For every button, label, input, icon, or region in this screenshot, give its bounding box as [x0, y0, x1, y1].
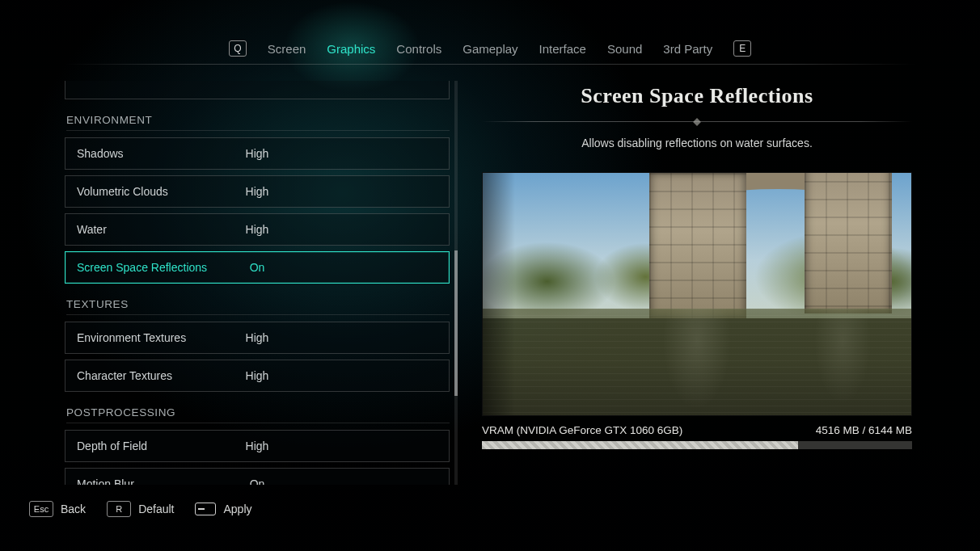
tab-interface[interactable]: Interface [539, 42, 586, 56]
divider-ornament [482, 121, 912, 122]
option-label: Water [77, 223, 107, 236]
default-label: Default [138, 503, 174, 515]
back-button[interactable]: Esc Back [29, 501, 86, 517]
option-label: Motion Blur [77, 477, 134, 485]
footer-controls: Esc Back R Default Apply [29, 501, 252, 517]
options-scrollbar[interactable] [454, 81, 458, 485]
option-label: Environment Textures [77, 331, 186, 344]
option-value: High [246, 185, 269, 198]
option-character-textures[interactable]: Character TexturesHigh [65, 360, 450, 392]
scrollbar-thumb[interactable] [454, 250, 458, 396]
r-key-icon: R [107, 501, 131, 517]
enter-key-icon [195, 503, 216, 515]
back-label: Back [61, 503, 86, 515]
tab-prev-key[interactable]: Q [229, 40, 247, 57]
option-motion-blur[interactable]: Motion BlurOn [65, 468, 450, 485]
option-value: On [250, 261, 265, 274]
option-row-cutoff[interactable] [65, 81, 450, 99]
section-header-textures: TEXTURES [66, 298, 450, 315]
option-label: Volumetric Clouds [77, 185, 168, 198]
option-label: Depth of Field [77, 440, 147, 452]
apply-label: Apply [223, 503, 251, 515]
option-environment-textures[interactable]: Environment TexturesHigh [65, 322, 450, 354]
option-shadows[interactable]: ShadowsHigh [65, 137, 450, 170]
settings-tabs: Q ScreenGraphicsControlsGameplayInterfac… [0, 40, 980, 57]
option-value: High [246, 440, 269, 452]
section-header-environment: ENVIRONMENT [66, 114, 450, 131]
option-value: High [246, 147, 269, 160]
vram-bar-fill [482, 441, 798, 449]
option-value: High [246, 223, 269, 236]
vram-label: VRAM (NVIDIA GeForce GTX 1060 6GB) [482, 424, 682, 436]
option-volumetric-clouds[interactable]: Volumetric CloudsHigh [65, 175, 450, 208]
preview-image [482, 172, 912, 416]
detail-panel: Screen Space Reflections Allows disablin… [482, 84, 912, 449]
option-depth-of-field[interactable]: Depth of FieldHigh [65, 430, 450, 462]
section-header-postprocessing: POSTPROCESSING [66, 406, 450, 423]
option-value: On [250, 477, 265, 485]
tab-sound[interactable]: Sound [607, 42, 642, 56]
tab-next-key[interactable]: E [733, 40, 751, 57]
option-label: Character Textures [77, 369, 172, 382]
option-value: High [246, 331, 269, 344]
option-value: High [246, 369, 269, 382]
detail-description: Allows disabling reflections on water su… [482, 137, 912, 149]
detail-title: Screen Space Reflections [482, 84, 912, 108]
options-panel: ENVIRONMENTShadowsHighVolumetric CloudsH… [65, 81, 450, 485]
tab-screen[interactable]: Screen [268, 42, 306, 56]
default-button[interactable]: R Default [107, 501, 174, 517]
tab-3rd-party[interactable]: 3rd Party [663, 42, 712, 56]
option-label: Screen Space Reflections [77, 261, 207, 274]
option-screen-space-reflections[interactable]: Screen Space ReflectionsOn [65, 251, 450, 284]
option-water[interactable]: WaterHigh [65, 213, 450, 246]
tab-gameplay[interactable]: Gameplay [463, 42, 517, 56]
option-label: Shadows [77, 147, 124, 160]
vram-bar [482, 441, 912, 449]
vram-usage: 4516 MB / 6144 MB [816, 424, 912, 436]
tab-controls[interactable]: Controls [396, 42, 441, 56]
esc-key-icon: Esc [29, 501, 53, 517]
apply-button[interactable]: Apply [195, 503, 251, 515]
tab-graphics[interactable]: Graphics [327, 42, 375, 56]
